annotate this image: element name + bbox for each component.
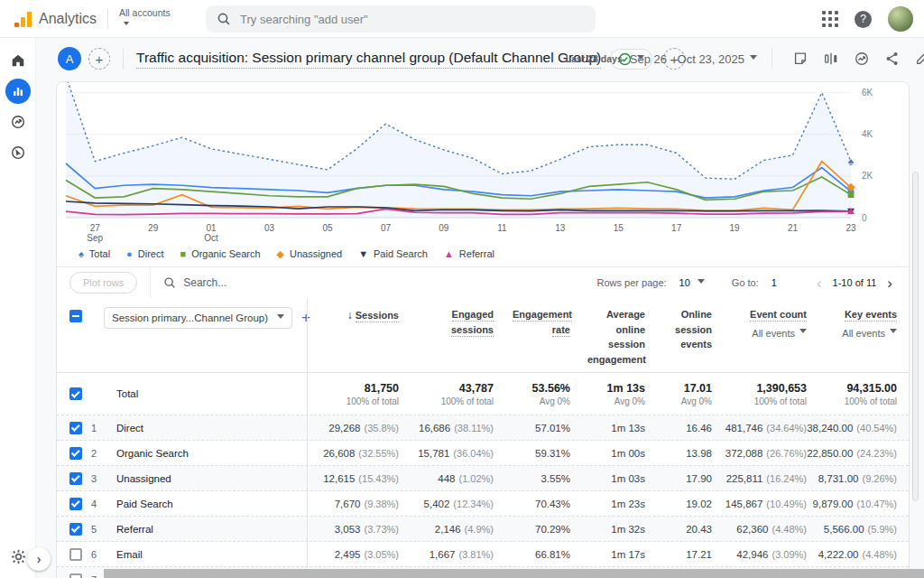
x-axis-label: 01	[207, 223, 217, 233]
sidebar-item-home[interactable]	[0, 45, 36, 76]
left-nav	[0, 38, 36, 578]
pagination-range: 1-10 of 11	[833, 277, 877, 288]
metric-cell: 481,746(34.64%)	[725, 415, 819, 440]
legend-marker-icon: ●	[126, 249, 133, 259]
row-checkbox[interactable]	[69, 548, 82, 561]
column-header-online-session-events[interactable]: Online session events	[658, 298, 725, 372]
google-apps-grid-icon[interactable]	[822, 11, 838, 27]
column-header-average-online-session-engagement[interactable]: Average online session engagement	[583, 298, 658, 372]
avatar[interactable]	[888, 6, 913, 32]
metric-cell: 17.90	[658, 466, 725, 490]
row-number: 4	[91, 499, 107, 509]
legend-label: Paid Search	[374, 248, 428, 259]
insights-icon[interactable]	[854, 51, 870, 67]
goto-page-input[interactable]: 1	[772, 277, 777, 288]
chevron-down-icon	[277, 314, 284, 322]
customize-report-icon[interactable]	[915, 50, 924, 66]
column-label: Engaged sessions	[451, 309, 494, 337]
vertical-scrollbar[interactable]	[912, 172, 919, 501]
table-row-referral[interactable]: 5Referral3,053(3.73%)2,146(4.9%)70.29%1m…	[57, 517, 909, 542]
date-preset: Last 28 days	[566, 53, 623, 64]
legend-marker-icon: ▲	[444, 249, 454, 259]
expand-nav-button[interactable]: ›	[27, 547, 51, 571]
column-header-event-count[interactable]: Event countAll events	[725, 298, 819, 372]
legend-item-total[interactable]: ♠Total	[79, 248, 110, 259]
metric-cell: 70.43%	[506, 491, 583, 516]
report-header: A + Traffic acquisition: Session primary…	[36, 38, 924, 79]
metric-cell: 1m 17s	[583, 542, 658, 566]
table-row-email[interactable]: 6Email2,495(3.05%)1,667(3.81%)66.81%1m 1…	[57, 542, 909, 567]
date-range-picker[interactable]: Sep 26 - Oct 23, 2025	[630, 52, 744, 66]
x-axis-label: 07	[381, 223, 392, 233]
metric-cell: 1m 03s	[583, 466, 658, 490]
analytics-logo-icon[interactable]	[14, 11, 32, 27]
channel-name: Email	[116, 549, 143, 560]
y-axis-label: 4K	[862, 129, 873, 139]
add-comparison-button[interactable]: +	[88, 48, 110, 70]
chevron-down-icon[interactable]	[698, 279, 705, 287]
metric-cell: 29,268(35.8%)	[308, 415, 411, 440]
chevron-down-icon	[799, 329, 807, 337]
row-checkbox[interactable]	[69, 447, 82, 460]
divider	[107, 9, 108, 29]
property-badge[interactable]: A	[58, 47, 81, 70]
note-icon[interactable]	[792, 51, 808, 67]
select-all-checkbox[interactable]	[69, 310, 82, 322]
row-checkbox[interactable]	[69, 498, 82, 510]
metric-cell: 13.98	[658, 441, 725, 465]
x-axis-label: 09	[439, 223, 449, 233]
legend-item-direct[interactable]: ●Direct	[126, 248, 163, 259]
legend-item-referral[interactable]: ▲Referral	[444, 248, 494, 259]
table-search-input[interactable]: Search...	[163, 276, 226, 289]
metric-cell: 16.46	[658, 415, 725, 440]
global-search-input[interactable]: Try searching "add user"	[206, 5, 596, 33]
sidebar-item-reports[interactable]	[0, 76, 36, 107]
compare-icon[interactable]	[823, 51, 839, 67]
metric-cell: 57.01%	[506, 415, 583, 440]
column-header-engagement-rate[interactable]: Engagement rate	[506, 298, 583, 372]
total-cell: 53.56%Avg 0%	[506, 373, 583, 415]
legend-item-unassigned[interactable]: ◆Unassigned	[277, 248, 343, 259]
metric-cell: 19.02	[658, 491, 725, 516]
dimension-selector[interactable]: Session primary...Channel Group)	[104, 307, 292, 329]
sessions-line-chart: 02K4K6K27Sep2901Oct030507091113151719212…	[57, 82, 909, 247]
column-filter-event-count[interactable]: All events	[752, 328, 807, 339]
total-cell: 94,315.00100% of total	[819, 373, 910, 415]
rows-per-page-select[interactable]: 10	[679, 277, 690, 288]
sidebar-item-explore[interactable]	[0, 107, 36, 137]
column-filter-key-events[interactable]: All events	[842, 328, 897, 339]
account-switcher[interactable]: All accounts	[119, 8, 171, 29]
column-header-key-events[interactable]: Key eventsAll events	[819, 298, 910, 372]
sidebar-item-advertising[interactable]	[0, 137, 36, 168]
row-checkbox[interactable]	[69, 523, 82, 536]
report-title[interactable]: Traffic acquisition: Session primary cha…	[136, 50, 601, 69]
x-axis-sublabel: Oct	[204, 233, 218, 243]
legend-item-organic-search[interactable]: ■Organic Search	[180, 248, 260, 259]
help-icon[interactable]: ?	[855, 11, 872, 28]
x-axis-label: 03	[264, 223, 275, 233]
column-header-sessions[interactable]: ↓Sessions	[308, 298, 411, 372]
search-icon	[217, 12, 231, 26]
metric-cell: 17.21	[658, 542, 725, 566]
table-row-paid-search[interactable]: 4Paid Search7,670(9.38%)5,402(12.34%)70.…	[57, 491, 909, 517]
chevron-down-icon[interactable]	[750, 55, 757, 63]
rows-per-page-label: Rows per page:	[597, 277, 667, 288]
table-row-organic-search[interactable]: 2Organic Search26,608(32.55%)15,781(36.0…	[57, 441, 909, 466]
row-checkbox[interactable]	[69, 422, 82, 434]
share-icon[interactable]	[884, 51, 901, 67]
row-checkbox[interactable]	[69, 472, 82, 485]
table-row-direct[interactable]: 1Direct29,268(35.8%)16,686(38.11%)57.01%…	[57, 415, 909, 441]
search-placeholder: Try searching "add user"	[240, 13, 368, 26]
legend-item-paid-search[interactable]: ▼Paid Search	[358, 248, 428, 259]
table-row-unassigned[interactable]: 3Unassigned12,615(15.43%)448(1.02%)3.55%…	[57, 466, 909, 491]
horizontal-scrollbar[interactable]	[104, 569, 924, 578]
prev-page-icon[interactable]: ‹	[813, 275, 826, 291]
plot-rows-button[interactable]: Plot rows	[69, 272, 137, 294]
sort-desc-icon: ↓	[347, 309, 353, 322]
x-axis-label: 21	[788, 223, 799, 233]
next-page-icon[interactable]: ›	[883, 275, 896, 291]
row-checkbox[interactable]	[69, 573, 82, 578]
column-header-engaged-sessions[interactable]: Engaged sessions	[411, 298, 506, 372]
total-row-checkbox[interactable]	[69, 387, 82, 400]
metric-cell: 22,850.00(24.23%)	[819, 441, 910, 465]
